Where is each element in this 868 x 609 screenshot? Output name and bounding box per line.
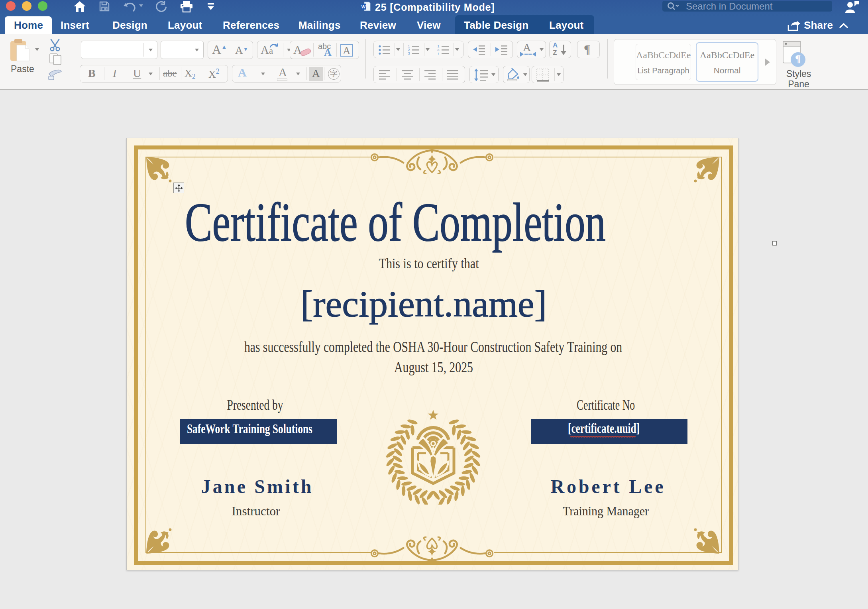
svg-text:W: W (361, 4, 366, 9)
svg-text:SafeWork Training Solutions: SafeWork Training Solutions (187, 422, 312, 436)
svg-text:[certificate.uuid]: [certificate.uuid] (568, 421, 640, 436)
svg-text:Instructor: Instructor (232, 504, 281, 518)
svg-text:This is to certify that: This is to certify that (379, 256, 479, 271)
svg-text:August 15, 2025: August 15, 2025 (394, 359, 473, 375)
svg-text:Presented by: Presented by (227, 397, 283, 413)
svg-text:Jane Smith: Jane Smith (201, 476, 312, 497)
svg-text:[recipient.name]: [recipient.name] (300, 283, 547, 324)
svg-text:Certificate No: Certificate No (577, 397, 635, 413)
svg-text:Robert Lee: Robert Lee (551, 476, 664, 497)
svg-text:Certificate of Completion: Certificate of Completion (185, 192, 606, 253)
svg-text:i: i (438, 51, 439, 55)
svg-text:Training Manager: Training Manager (563, 504, 649, 518)
svg-text:3: 3 (408, 51, 410, 55)
svg-text:has successfully completed the: has successfully completed the OSHA 30-H… (244, 338, 622, 355)
